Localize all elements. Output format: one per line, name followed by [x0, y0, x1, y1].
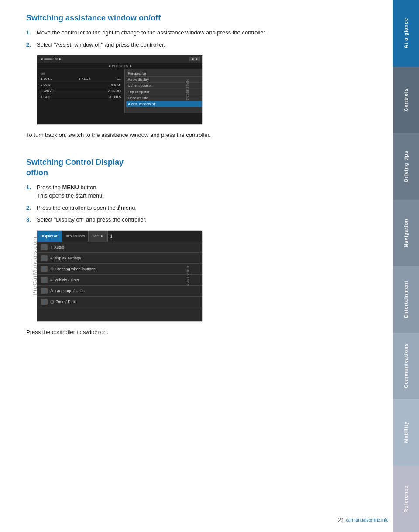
page-number-area: 21 carmanualsonline.info: [338, 517, 388, 523]
step-number: 2.: [26, 204, 37, 212]
fm-header-right: ◄ ►: [189, 57, 200, 61]
display-tab-active[interactable]: Display off: [37, 231, 62, 242]
fm-value: 7 KROQ: [108, 89, 121, 93]
tab-label: Info sources: [66, 234, 85, 238]
bottom-logo: carmanualsonline.info: [346, 518, 388, 522]
info-icon: ℹ: [117, 205, 119, 211]
step-number: 1.: [26, 28, 37, 37]
section1-para: To turn back on, switch to the assistanc…: [26, 131, 367, 140]
step-text: Select "Assist. window off" and press th…: [37, 41, 367, 49]
image-note-1: NMG71836.5.2: [186, 80, 189, 100]
list-item: 1. Move the controller to the right to c…: [26, 28, 367, 37]
list-item: 2. Select "Assist. window off" and press…: [26, 41, 367, 49]
display-tab-settings[interactable]: Setti ►: [89, 231, 107, 242]
fm-menu-item-highlighted: Assist. window off: [126, 101, 202, 107]
fm-main: set 1 103.5 3 KLOS 11 2 99.3 6 97.5 3 WN…: [37, 69, 203, 113]
fm-row: 2 99.3 6 97.5: [39, 82, 123, 88]
check-icon: ✓: [41, 277, 48, 283]
audio-icon: ♪: [50, 245, 52, 249]
sidebar-tab-label: Controls: [403, 88, 409, 111]
fm-screen: ◄ ═══ FM ► ◄ ► ◄ PRESETS ► set 1 103.5 3…: [37, 55, 203, 125]
fm-row: 3 WNYC 7 KROQ: [39, 88, 123, 94]
display-menu-item: ✓ A Language / Units: [37, 286, 203, 297]
fm-value: 2 99.3: [41, 83, 50, 87]
list-item: 2. Press the controller to open the ℹ me…: [26, 204, 367, 212]
section1-steps: 1. Move the controller to the right to c…: [26, 28, 367, 49]
sidebar-tab-label: Entertainment: [403, 280, 409, 318]
menu-item-label: Vehicle / Tires: [55, 278, 79, 282]
check-icon: ✓: [41, 255, 48, 261]
step-number: 3.: [26, 215, 37, 224]
display-screen-image: Display off Info sources Setti ► ℹ ✓ ♪ A…: [37, 230, 203, 322]
steering-icon: ⊙: [50, 266, 54, 271]
fm-value: 8 100.5: [109, 95, 121, 99]
section2-heading-line1: Switching Control Display: [26, 158, 124, 167]
menu-item-label: Time / Date: [56, 300, 76, 304]
section2-steps: 1. Press the MENU button.This opens the …: [26, 183, 367, 224]
fm-set-label: set: [39, 71, 123, 76]
fm-value: 1 103.5: [41, 77, 52, 81]
display-menu-list: ✓ ♪ Audio ✓ ▪ Display settings ✓ ⊙ Steer…: [37, 242, 203, 307]
fm-menu-item: Current position: [126, 83, 202, 89]
fm-value: 4 94.3: [41, 95, 50, 99]
menu-item-label: Language / Units: [55, 289, 85, 293]
step-text: Press the controller to open the ℹ menu.: [37, 204, 367, 212]
display-tab-info-sources[interactable]: Info sources: [62, 231, 89, 242]
menu-item-label: Steering wheel buttons: [55, 267, 96, 271]
sidebar-tab-label: Communications: [403, 343, 409, 388]
fm-header: ◄ ═══ FM ► ◄ ►: [37, 55, 203, 63]
step-text: Select "Display off" and press the contr…: [37, 215, 367, 224]
display-menu-item: ✓ ▪ Display settings: [37, 253, 203, 264]
check-icon: ✓: [41, 299, 48, 305]
sidebar-tab-entertainment[interactable]: Entertainment: [393, 266, 419, 333]
step-number: 2.: [26, 41, 37, 49]
fm-menu-item: Onboard info: [126, 95, 202, 101]
section2-para: Press the controller to switch on.: [26, 328, 367, 337]
sidebar-tab-label: Mobility: [403, 421, 409, 443]
display-menu-item: ✓ ♪ Audio: [37, 242, 203, 253]
fm-value: 6 97.5: [111, 83, 121, 87]
check-icon: ✓: [41, 266, 48, 272]
fm-menu-item: Perspective: [126, 71, 202, 77]
fm-value: 3 WNYC: [41, 89, 54, 93]
sidebar-tab-at-a-glance[interactable]: At a glance: [393, 0, 419, 67]
sidebar-tab-label: Navigation: [403, 218, 409, 247]
fm-header-left: ◄ ═══ FM ►: [40, 57, 189, 61]
display-tab-icon[interactable]: ℹ: [108, 231, 115, 242]
vehicle-icon: ≡: [50, 277, 53, 282]
menu-item-label: Display settings: [54, 256, 81, 260]
display-tabs: Display off Info sources Setti ► ℹ: [37, 231, 203, 242]
fm-presets: ◄ PRESETS ►: [37, 63, 203, 69]
check-icon: ✓: [41, 288, 48, 294]
display-menu-item: ✓ ≡ Vehicle / Tires: [37, 275, 203, 286]
info-icon: ℹ: [110, 234, 112, 239]
section2-heading: Switching Control Display off/on: [26, 157, 367, 178]
sidebar-tab-mobility[interactable]: Mobility: [393, 399, 419, 466]
sidebar-tab-driving-tips[interactable]: Driving tips: [393, 133, 419, 200]
menu-item-label: Audio: [54, 245, 64, 249]
check-icon: ✓: [41, 244, 48, 250]
fm-value: 3 KLOS: [79, 77, 91, 81]
list-item: 3. Select "Display off" and press the co…: [26, 215, 367, 224]
language-icon: A: [50, 288, 53, 293]
fm-right-panel: Perspective Arrow display Current positi…: [124, 69, 203, 113]
bold-menu: MENU: [62, 184, 79, 191]
right-sidebar: At a glance Controls Driving tips Naviga…: [393, 0, 419, 532]
tab-label: Display off: [41, 234, 58, 238]
fm-row: 1 103.5 3 KLOS 11: [39, 76, 123, 82]
sidebar-tab-controls[interactable]: Controls: [393, 67, 419, 133]
fm-menu-item: Arrow display: [126, 77, 202, 83]
tab-label: Setti ►: [92, 234, 103, 238]
sidebar-tab-navigation[interactable]: Navigation: [393, 200, 419, 266]
display-screen: Display off Info sources Setti ► ℹ ✓ ♪ A…: [37, 231, 203, 322]
display-menu-item: ✓ ◷ Time / Date: [37, 297, 203, 307]
display-menu-item: ✓ ⊙ Steering wheel buttons: [37, 264, 203, 275]
page-number: 21: [338, 517, 344, 523]
fm-value: 11: [117, 77, 121, 81]
fm-row: 4 94.3 8 100.5: [39, 94, 123, 100]
time-icon: ◷: [50, 299, 54, 304]
main-content: Switching assistance window on/off 1. Mo…: [0, 0, 393, 532]
sidebar-tab-communications[interactable]: Communications: [393, 333, 419, 399]
section2-heading-line2: off/on: [26, 168, 48, 177]
sidebar-tab-reference[interactable]: Reference: [393, 466, 419, 532]
